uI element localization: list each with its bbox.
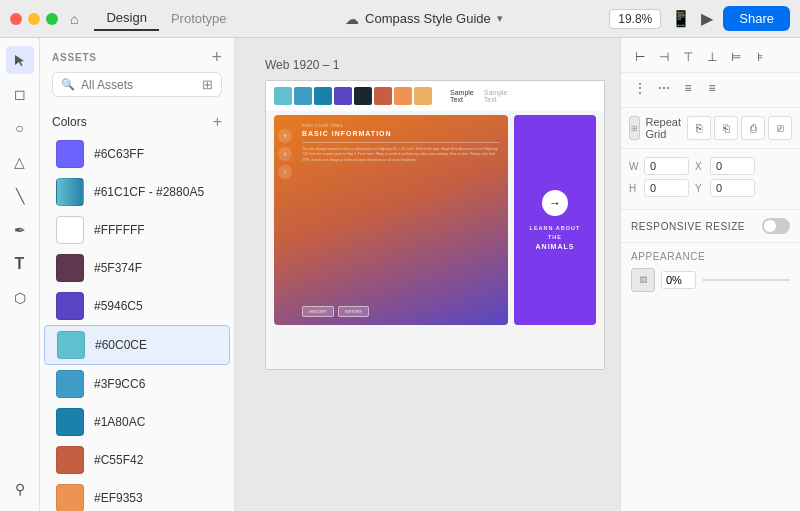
document-title-area: ☁ Compass Style Guide ▾ bbox=[239, 11, 610, 27]
align-left-button[interactable]: ⊢ bbox=[629, 46, 651, 68]
color-label-4: #5946C5 bbox=[94, 299, 143, 313]
color-item-6[interactable]: #3F9CC6 bbox=[44, 365, 230, 403]
color-swatch-8 bbox=[56, 446, 84, 474]
swatch-blue bbox=[294, 87, 312, 105]
frame-inner: SampleText SampleText f t i FIND YOUR TR… bbox=[266, 81, 604, 369]
copy-icon-3[interactable]: ⎙ bbox=[741, 116, 765, 140]
align-center-h-button[interactable]: ⊣ bbox=[653, 46, 675, 68]
color-item-3[interactable]: #5F374F bbox=[44, 249, 230, 287]
x-label: X bbox=[695, 161, 707, 172]
color-label-5: #60C0CE bbox=[95, 338, 147, 352]
copy-icon-1[interactable]: ⎘ bbox=[687, 116, 711, 140]
color-item-1[interactable]: #61C1CF - #2880A5 bbox=[44, 173, 230, 211]
history-btn-1[interactable]: HISTORY bbox=[302, 306, 334, 317]
maximize-button[interactable] bbox=[46, 13, 58, 25]
home-icon[interactable]: ⌂ bbox=[70, 11, 78, 27]
mini-palette: SampleText SampleText bbox=[266, 81, 604, 111]
distribute-v-button[interactable]: ⋯ bbox=[653, 77, 675, 99]
social-icon-t: t bbox=[278, 147, 292, 161]
learn-label: LEARN ABOUT THE bbox=[522, 224, 588, 241]
repeat-grid-section: ⊞ Repeat Grid ⎘ ⎗ ⎙ ⎚ bbox=[621, 108, 800, 149]
minimize-button[interactable] bbox=[28, 13, 40, 25]
color-item-0[interactable]: #6C63FF bbox=[44, 135, 230, 173]
swatch-dark bbox=[354, 87, 372, 105]
right-card: → LEARN ABOUT THE ANIMALS bbox=[514, 115, 596, 325]
y-field-group: Y bbox=[695, 179, 755, 197]
color-item-9[interactable]: #EF9353 bbox=[44, 479, 230, 511]
copy-icon-4[interactable]: ⎚ bbox=[768, 116, 792, 140]
responsive-resize-label: RESPONSIVE RESIZE bbox=[631, 221, 745, 232]
history-btn-2[interactable]: HISTORY bbox=[338, 306, 370, 317]
y-input[interactable] bbox=[710, 179, 755, 197]
opacity-slider[interactable] bbox=[702, 279, 790, 281]
frame-container[interactable]: SampleText SampleText f t i FIND YOUR TR… bbox=[265, 80, 605, 370]
appearance-label: APPEARANCE bbox=[631, 251, 790, 262]
traffic-lights bbox=[10, 13, 58, 25]
align-3-button[interactable]: ≡ bbox=[677, 77, 699, 99]
w-field-group: W bbox=[629, 157, 689, 175]
line-tool[interactable]: ╲ bbox=[6, 182, 34, 210]
search-input[interactable] bbox=[81, 78, 181, 92]
w-input[interactable] bbox=[644, 157, 689, 175]
alignment-row-1: ⊢ ⊣ ⊤ ⊥ ⊨ ⊧ bbox=[621, 38, 800, 73]
color-item-5[interactable]: #60C0CE bbox=[44, 325, 230, 365]
title-right-controls: 19.8% 📱 ▶ Share bbox=[609, 6, 790, 31]
device-toggle-icon[interactable]: 📱 bbox=[671, 9, 691, 28]
search-tool[interactable]: ⚲ bbox=[6, 475, 34, 503]
align-4-button[interactable]: ≡ bbox=[701, 77, 723, 99]
color-label-9: #EF9353 bbox=[94, 491, 143, 505]
color-item-2[interactable]: #FFFFFF bbox=[44, 211, 230, 249]
swatch-purple bbox=[334, 87, 352, 105]
alignment-row-2: ⋮ ⋯ ≡ ≡ bbox=[621, 73, 800, 108]
canvas[interactable]: Web 1920 – 1 SampleText SampleText bbox=[235, 38, 620, 511]
cloud-icon: ☁ bbox=[345, 11, 359, 27]
align-top-button[interactable]: ⊥ bbox=[701, 46, 723, 68]
color-item-7[interactable]: #1A80AC bbox=[44, 403, 230, 441]
right-panel: ⊢ ⊣ ⊤ ⊥ ⊨ ⊧ ⋮ ⋯ ≡ ≡ ⊞ Repeat Grid ⎘ ⎗ ⎙ … bbox=[620, 38, 800, 511]
title-dropdown-icon[interactable]: ▾ bbox=[497, 12, 503, 25]
arrow-icon: → bbox=[542, 190, 568, 216]
tab-design[interactable]: Design bbox=[94, 6, 158, 31]
preview-button[interactable]: ▶ bbox=[701, 9, 713, 28]
color-label-0: #6C63FF bbox=[94, 147, 144, 161]
sample-text-label-2: SampleText bbox=[484, 89, 508, 103]
pen-tool[interactable]: ✒ bbox=[6, 216, 34, 244]
tab-prototype[interactable]: Prototype bbox=[159, 7, 239, 30]
color-swatch-5 bbox=[57, 331, 85, 359]
copy-icon-2[interactable]: ⎗ bbox=[714, 116, 738, 140]
distribute-h-button[interactable]: ⋮ bbox=[629, 77, 651, 99]
component-tool[interactable]: ⬡ bbox=[6, 284, 34, 312]
color-item-4[interactable]: #5946C5 bbox=[44, 287, 230, 325]
grid-view-icon[interactable]: ⊞ bbox=[202, 77, 213, 92]
triangle-tool[interactable]: △ bbox=[6, 148, 34, 176]
color-label-2: #FFFFFF bbox=[94, 223, 145, 237]
h-input[interactable] bbox=[644, 179, 689, 197]
ellipse-tool[interactable]: ○ bbox=[6, 114, 34, 142]
share-button[interactable]: Share bbox=[723, 6, 790, 31]
rectangle-tool[interactable]: ◻ bbox=[6, 80, 34, 108]
color-label-7: #1A80AC bbox=[94, 415, 145, 429]
add-asset-button[interactable]: + bbox=[211, 48, 222, 66]
repeat-grid-icon: ⊞ bbox=[629, 116, 640, 140]
repeat-grid-label: Repeat Grid bbox=[646, 116, 681, 140]
color-item-8[interactable]: #C55F42 bbox=[44, 441, 230, 479]
align-middle-button[interactable]: ⊨ bbox=[725, 46, 747, 68]
align-bottom-button[interactable]: ⊧ bbox=[749, 46, 771, 68]
close-button[interactable] bbox=[10, 13, 22, 25]
swatch-darkblue bbox=[314, 87, 332, 105]
responsive-toggle[interactable] bbox=[762, 218, 790, 234]
text-tool[interactable]: T bbox=[6, 250, 34, 278]
opacity-input[interactable] bbox=[661, 271, 696, 289]
x-input[interactable] bbox=[710, 157, 755, 175]
fill-image-placeholder: 🖼 bbox=[631, 268, 655, 292]
frame-label: Web 1920 – 1 bbox=[265, 58, 340, 72]
add-color-button[interactable]: + bbox=[213, 113, 222, 131]
card-body-text: You can always maximize all your adventu… bbox=[302, 147, 500, 300]
dimensions-section: W X H Y bbox=[621, 149, 800, 210]
zoom-level[interactable]: 19.8% bbox=[609, 9, 661, 29]
align-right-button[interactable]: ⊤ bbox=[677, 46, 699, 68]
color-label-1: #61C1CF - #2880A5 bbox=[94, 185, 204, 199]
select-tool[interactable] bbox=[6, 46, 34, 74]
colors-list: #6C63FF#61C1CF - #2880A5#FFFFFF#5F374F#5… bbox=[40, 135, 234, 511]
appearance-section: APPEARANCE 🖼 bbox=[621, 243, 800, 300]
